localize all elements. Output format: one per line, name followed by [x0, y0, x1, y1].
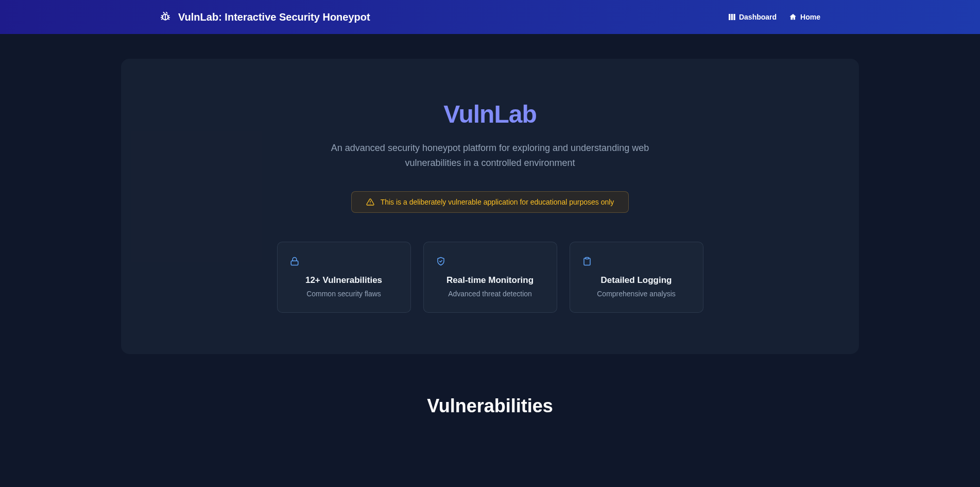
nav-dashboard[interactable]: Dashboard: [728, 13, 777, 21]
hero-section: VulnLab An advanced security honeypot pl…: [121, 59, 859, 354]
nav-home[interactable]: Home: [789, 13, 820, 21]
section-title-vulnerabilities: Vulnerabilities: [121, 395, 859, 417]
lock-icon: [290, 257, 398, 266]
feature-title: 12+ Vulnerabilities: [290, 275, 398, 286]
warning-icon: [366, 198, 374, 206]
feature-title: Real-time Monitoring: [436, 275, 544, 286]
bug-icon: [160, 11, 171, 23]
feature-card-monitoring: Real-time Monitoring Advanced threat det…: [423, 242, 557, 313]
feature-title: Detailed Logging: [582, 275, 691, 286]
clipboard-icon: [582, 257, 691, 266]
feature-card-vulnerabilities: 12+ Vulnerabilities Common security flaw…: [277, 242, 411, 313]
hero-title: VulnLab: [152, 100, 828, 128]
nav-dashboard-label: Dashboard: [739, 13, 777, 21]
warning-text: This is a deliberately vulnerable applic…: [381, 198, 614, 206]
nav-home-label: Home: [800, 13, 820, 21]
header-left: VulnLab: Interactive Security Honeypot: [160, 11, 370, 23]
svg-rect-3: [733, 14, 735, 20]
dashboard-icon: [728, 13, 736, 21]
shield-icon: [436, 257, 544, 266]
svg-rect-6: [291, 261, 298, 265]
app-title: VulnLab: Interactive Security Honeypot: [178, 11, 370, 23]
svg-rect-7: [586, 257, 589, 259]
home-icon: [789, 13, 797, 21]
feature-subtitle: Common security flaws: [290, 290, 398, 298]
vulnerabilities-section: Vulnerabilities: [121, 395, 859, 417]
svg-rect-2: [731, 14, 733, 20]
feature-subtitle: Comprehensive analysis: [582, 290, 691, 298]
svg-rect-1: [729, 14, 730, 20]
warning-banner: This is a deliberately vulnerable applic…: [351, 191, 629, 213]
feature-card-logging: Detailed Logging Comprehensive analysis: [570, 242, 703, 313]
main-content: VulnLab An advanced security honeypot pl…: [0, 59, 980, 417]
feature-subtitle: Advanced threat detection: [436, 290, 544, 298]
header-nav: Dashboard Home: [728, 13, 820, 21]
feature-cards: 12+ Vulnerabilities Common security flaw…: [152, 242, 828, 313]
app-header: VulnLab: Interactive Security Honeypot D…: [0, 0, 980, 34]
hero-description: An advanced security honeypot platform f…: [331, 141, 650, 171]
